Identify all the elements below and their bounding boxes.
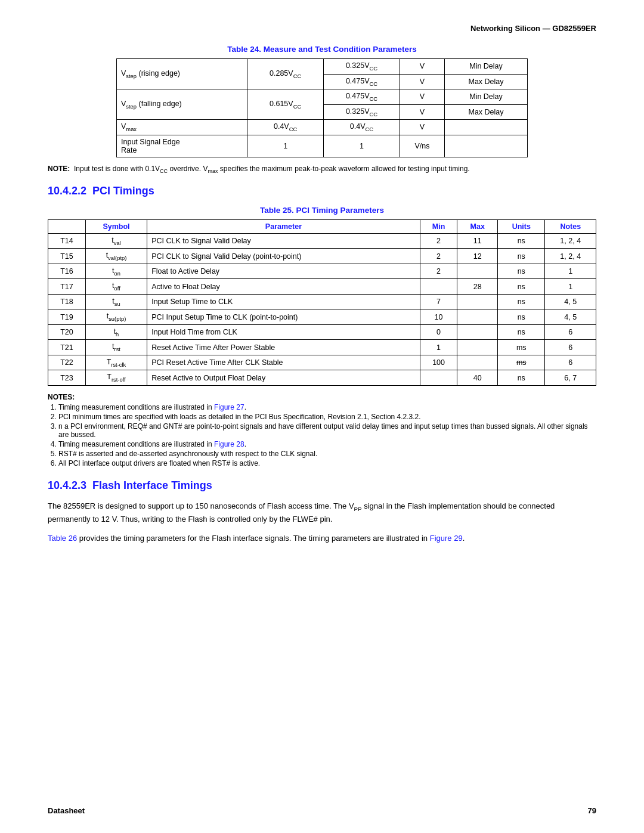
figure27-link[interactable]: Figure 27 xyxy=(214,403,244,411)
table-row: T21 trst Reset Active Time After Power S… xyxy=(48,340,596,355)
list-item: RST# is asserted and de-asserted asynchr… xyxy=(58,450,596,458)
measure-table-title: Table 24. Measure and Test Condition Par… xyxy=(48,45,596,54)
list-item: Timing measurement conditions are illust… xyxy=(58,403,596,411)
table-header-row: Symbol Parameter Min Max Units Notes xyxy=(48,219,596,233)
footer-left: Datasheet xyxy=(48,806,85,815)
figure28-link[interactable]: Figure 28 xyxy=(214,440,244,448)
notes-title: NOTES: xyxy=(48,393,596,401)
table-row: T17 toff Active to Float Delay 28 ns 1 xyxy=(48,279,596,295)
flash-body-1: The 82559ER is designed to support up to… xyxy=(48,500,596,525)
table-row: T22 Trst-clk PCI Reset Active Time After… xyxy=(48,355,596,370)
footer: Datasheet 79 xyxy=(48,806,596,815)
header-right: Networking Silicon — GD82559ER xyxy=(48,24,596,33)
table-row: T19 tsu(ptp) PCI Input Setup Time to CLK… xyxy=(48,309,596,325)
list-item: n a PCI environment, REQ# and GNT# are p… xyxy=(58,422,596,439)
measure-table-section: Table 24. Measure and Test Condition Par… xyxy=(48,45,596,157)
table-row: T14 tval PCI CLK to Signal Valid Delay 2… xyxy=(48,233,596,249)
figure29-link[interactable]: Figure 29 xyxy=(430,534,463,543)
table-row: Input Signal EdgeRate 1 1 V/ns xyxy=(117,135,528,157)
table-row: T15 tval(ptp) PCI CLK to Signal Valid De… xyxy=(48,249,596,264)
flash-section-heading: 10.4.2.3 Flash Interface Timings xyxy=(48,479,596,492)
list-item: Timing measurement conditions are illust… xyxy=(58,440,596,448)
notes-list: Timing measurement conditions are illust… xyxy=(58,403,596,467)
table-row: Vmax 0.4VCC 0.4VCC V xyxy=(117,120,528,135)
table-row: T23 Trst-off Reset Active to Output Floa… xyxy=(48,370,596,386)
flash-section: 10.4.2.3 Flash Interface Timings The 825… xyxy=(48,479,596,544)
pci-table-title: Table 25. PCI Timing Parameters xyxy=(48,206,596,215)
table-row: T16 ton Float to Active Delay 2 ns 1 xyxy=(48,264,596,279)
flash-body-2: Table 26 provides the timing parameters … xyxy=(48,532,596,544)
footer-right: 79 xyxy=(588,806,596,815)
list-item: PCI minimum times are specified with loa… xyxy=(58,413,596,421)
pci-timing-table: Symbol Parameter Min Max Units Notes T14… xyxy=(48,219,596,386)
list-item: All PCI interface output drivers are flo… xyxy=(58,459,596,467)
table-row: T18 tsu Input Setup Time to CLK 7 ns 4, … xyxy=(48,294,596,309)
measure-note: NOTE: Input test is done with 0.1VCC ove… xyxy=(48,165,596,174)
table-row: T20 th Input Hold Time from CLK 0 ns 6 xyxy=(48,324,596,340)
pci-section: 10.4.2.2 PCI Timings Table 25. PCI Timin… xyxy=(48,185,596,467)
table26-link[interactable]: Table 26 xyxy=(48,534,77,543)
table-row: Vstep (falling edge) 0.615VCC 0.475VCC V… xyxy=(117,89,528,105)
table-row: Vstep (rising edge) 0.285VCC 0.325VCC V … xyxy=(117,59,528,75)
measure-table: Vstep (rising edge) 0.285VCC 0.325VCC V … xyxy=(116,58,528,157)
pci-section-heading: 10.4.2.2 PCI Timings xyxy=(48,185,596,197)
pci-notes: NOTES: Timing measurement conditions are… xyxy=(48,393,596,467)
